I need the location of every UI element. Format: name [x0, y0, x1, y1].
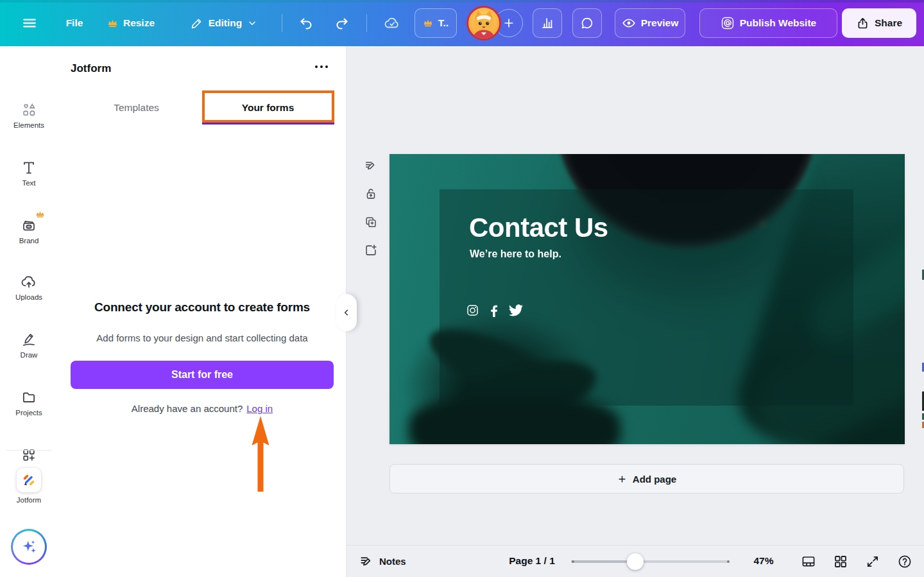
tab-templates-label: Templates [114, 102, 159, 114]
design-title-text[interactable]: Contact Us [469, 212, 608, 243]
sidebar-item-text[interactable]: Text [0, 159, 58, 187]
redo-icon [334, 15, 350, 31]
tab-templates[interactable]: Templates [71, 93, 202, 122]
pencil-icon [191, 17, 203, 30]
bar-chart-icon [540, 16, 554, 30]
publish-globe-icon [721, 16, 735, 30]
notes-icon [359, 554, 374, 569]
facebook-icon[interactable] [490, 304, 498, 317]
page-notes-icon[interactable] [364, 159, 378, 173]
hamburger-icon [21, 15, 38, 31]
cloud-check-icon [384, 15, 400, 31]
preview-button[interactable]: Preview [615, 8, 685, 38]
eye-icon [622, 16, 636, 30]
comment-icon [580, 16, 594, 30]
publish-website-button[interactable]: Publish Website [699, 8, 837, 38]
zoom-slider-track [571, 560, 635, 563]
sidebar-item-jotform-label: Jotform [0, 496, 58, 504]
insights-button[interactable] [533, 8, 562, 38]
cloud-save-status[interactable] [379, 8, 406, 38]
sidebar-item-label: Projects [15, 409, 42, 417]
instagram-icon[interactable] [466, 304, 479, 317]
editing-label: Editing [209, 17, 243, 29]
editor-main: Elements Text co Brand [0, 46, 924, 577]
sidebar-item-jotform[interactable] [17, 468, 41, 492]
notes-button[interactable]: Notes [359, 554, 406, 569]
chevron-down-icon [247, 18, 257, 28]
pro-crown-icon [35, 211, 45, 218]
annotation-arrow [251, 416, 270, 492]
sidebar-item-uploads[interactable]: Uploads [0, 273, 58, 301]
toolbar-divider [366, 14, 367, 32]
brand-kit-icon: co [21, 217, 37, 234]
resize-button[interactable]: Resize [101, 8, 160, 38]
jotform-panel: Jotform Templates Your forms Connect you… [58, 46, 346, 577]
plus-icon [502, 17, 515, 30]
add-page-icon[interactable] [364, 243, 378, 257]
sidebar-item-label: Uploads [15, 293, 42, 301]
toolbar-divider [282, 14, 282, 32]
help-icon[interactable] [897, 554, 912, 569]
crown-icon [423, 19, 433, 28]
design-overlay-panel[interactable]: Contact Us We’re here to help. [440, 189, 853, 406]
login-row: Already have an account? Log in [58, 403, 346, 414]
file-menu-button[interactable]: File [60, 8, 89, 38]
editing-mode-button[interactable]: Editing [182, 8, 266, 38]
connect-heading: Connect your account to create forms [71, 300, 334, 314]
draw-pencil-icon [21, 331, 37, 348]
zoom-slider-thumb[interactable] [627, 553, 644, 570]
chevron-left-icon [342, 308, 351, 317]
login-prompt: Already have an account? [132, 403, 243, 414]
add-page-button[interactable]: Add page [389, 464, 904, 494]
panel-title: Jotform [71, 62, 111, 75]
crown-icon [107, 19, 118, 28]
more-options-icon[interactable] [315, 65, 328, 68]
twitter-icon[interactable] [509, 304, 523, 316]
trial-button[interactable]: T.. [415, 8, 457, 38]
zoom-level: 47% [744, 555, 783, 567]
sidebar-item-draw[interactable]: Draw [0, 331, 58, 359]
sidebar-item-label: Text [22, 179, 35, 187]
sidebar-item-label: Elements [13, 121, 44, 129]
undo-icon [298, 15, 314, 31]
design-page[interactable]: Contact Us We’re here to help. [389, 154, 905, 444]
sidebar-item-label: Brand [19, 237, 39, 245]
pages-view-icon[interactable] [801, 554, 816, 569]
canva-assistant-button[interactable] [11, 529, 47, 565]
grid-view-icon[interactable] [833, 554, 848, 569]
sidebar-item-label: Draw [21, 351, 38, 359]
preview-label: Preview [641, 17, 679, 29]
design-subtitle-text[interactable]: We’re here to help. [470, 248, 561, 260]
panel-collapse-button[interactable] [336, 294, 357, 331]
sidebar-item-brand[interactable]: co Brand [0, 217, 58, 245]
folder-icon [21, 389, 37, 406]
notes-label: Notes [379, 556, 406, 567]
page-indicator: Page 1 / 1 [506, 555, 558, 567]
duplicate-page-icon[interactable] [364, 215, 378, 229]
plus-icon [617, 474, 627, 484]
zoom-slider-marker-dot [727, 560, 730, 563]
publish-website-label: Publish Website [740, 17, 816, 29]
sidebar-item-projects[interactable]: Projects [0, 389, 58, 417]
sidebar-item-elements[interactable]: Elements [0, 101, 58, 129]
zoom-slider[interactable] [571, 546, 730, 577]
log-in-link[interactable]: Log in [246, 403, 273, 414]
start-for-free-button[interactable]: Start for free [71, 361, 334, 389]
undo-button[interactable] [293, 8, 320, 38]
connect-subheading: Add forms to your design and start colle… [64, 332, 340, 343]
text-icon [21, 159, 37, 176]
share-button[interactable]: Share [842, 8, 916, 38]
share-label: Share [875, 17, 902, 29]
fullscreen-icon[interactable] [865, 554, 880, 569]
zoom-slider-track [635, 560, 730, 563]
lock-icon[interactable] [364, 187, 378, 201]
comments-button[interactable] [572, 8, 602, 38]
social-icons-group[interactable] [466, 304, 523, 317]
avatar[interactable] [466, 6, 501, 40]
status-bar: Notes Page 1 / 1 47% [346, 545, 924, 577]
main-menu-button[interactable] [17, 8, 42, 38]
avatar-cat-illustration [468, 8, 499, 39]
page-toolbar [364, 159, 378, 257]
redo-button[interactable] [329, 8, 355, 38]
add-page-label: Add page [633, 474, 676, 485]
